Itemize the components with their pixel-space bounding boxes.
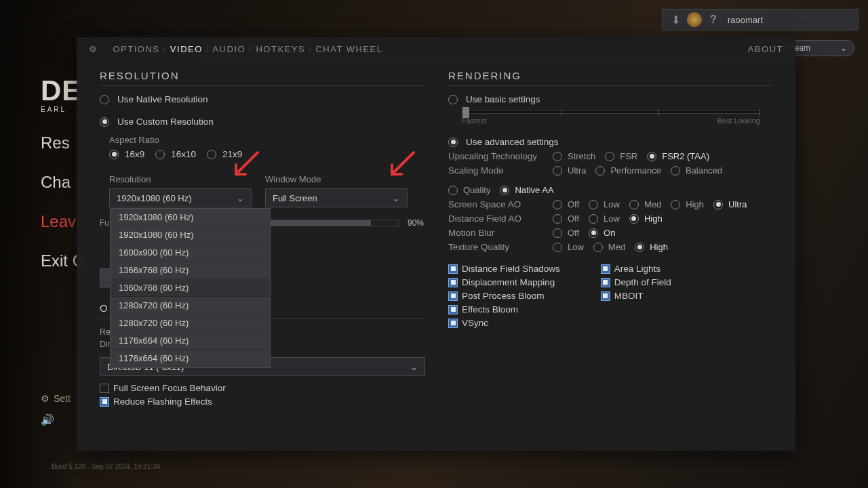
render-option-choice[interactable]: High — [635, 242, 668, 252]
quality-slider[interactable]: Fastest Best Looking — [462, 110, 760, 125]
checkbox-icon[interactable] — [448, 291, 458, 301]
radio-icon[interactable] — [553, 214, 562, 224]
tab-chat-wheel[interactable]: CHAT WHEEL — [315, 44, 382, 54]
render-option-choice[interactable]: Ultra — [713, 199, 747, 209]
resolution-option[interactable]: 1920x1080 (60 Hz) — [111, 226, 270, 244]
resolution-option[interactable]: 1600x900 (60 Hz) — [111, 244, 270, 262]
radio-icon[interactable] — [629, 200, 639, 209]
checkbox-icon[interactable] — [448, 278, 458, 287]
checkbox-icon[interactable] — [448, 319, 458, 328]
tab-about[interactable]: ABOUT — [748, 44, 783, 54]
render-option-choice[interactable]: Quality — [448, 185, 490, 195]
tab-hotkeys[interactable]: HOTKEYS — [256, 44, 305, 54]
resolution-dropdown[interactable]: 1920x1080 (60 Hz)1920x1080 (60 Hz)1600x9… — [110, 208, 271, 368]
checkbox-icon[interactable] — [100, 397, 109, 407]
render-checkbox[interactable]: MBOIT — [601, 291, 671, 301]
checkbox-icon[interactable] — [601, 264, 610, 274]
render-checkbox[interactable]: Post Process Bloom — [448, 291, 560, 301]
tab-video[interactable]: VIDEO — [170, 44, 203, 54]
resolution-option[interactable]: 868x488 (60 Hz) — [111, 297, 270, 314]
radio-icon[interactable] — [605, 152, 614, 161]
radio-icon[interactable] — [448, 138, 458, 147]
fs-focus-checkbox[interactable]: Full Screen Focus Behavior — [100, 383, 424, 393]
radio-icon[interactable] — [713, 200, 723, 209]
render-option-choice[interactable]: Off — [553, 199, 579, 209]
radio-icon[interactable] — [553, 228, 562, 238]
resolution-option[interactable]: 1176x664 (60 Hz) — [111, 332, 270, 350]
radio-icon[interactable] — [553, 152, 562, 161]
download-icon[interactable]: ⬇ — [669, 14, 682, 26]
radio-icon[interactable] — [553, 166, 562, 176]
render-option-choice[interactable]: High — [629, 214, 663, 224]
render-option-choice[interactable]: Ultra — [553, 165, 586, 176]
tab-audio[interactable]: AUDIO — [212, 44, 245, 54]
radio-icon[interactable] — [593, 243, 603, 252]
render-option-choice[interactable]: Balanced — [671, 165, 722, 176]
radio-icon[interactable] — [500, 186, 509, 195]
checkbox-icon[interactable] — [601, 291, 610, 301]
help-icon[interactable]: ? — [707, 14, 719, 26]
render-option-choice[interactable]: Stretch — [553, 151, 595, 161]
radio-icon[interactable] — [589, 228, 598, 238]
radio-icon[interactable] — [155, 150, 165, 159]
game-badge-icon[interactable] — [687, 12, 702, 27]
render-option-choice[interactable]: Performance — [595, 165, 660, 176]
window-mode-select[interactable]: Full Screen ⌄ — [265, 188, 408, 207]
resolution-option[interactable]: 868x488 (60 Hz) — [111, 314, 270, 332]
checkbox-icon[interactable] — [448, 264, 458, 274]
radio-icon[interactable] — [100, 117, 109, 127]
use-native-row[interactable]: Use Native Resolution — [100, 94, 424, 104]
user-bar[interactable]: ⬇ ? raoomart — [662, 9, 859, 30]
render-option-choice[interactable]: High — [671, 199, 704, 209]
render-checkbox[interactable]: Distance Field Shadows — [448, 264, 560, 274]
radio-icon[interactable] — [553, 243, 562, 252]
aspect-option[interactable]: 16x10 — [155, 149, 196, 159]
checkbox-icon[interactable] — [100, 384, 109, 393]
radio-icon[interactable] — [448, 186, 458, 195]
render-option-choice[interactable]: Native AA — [500, 185, 553, 195]
render-option-choice[interactable]: Med — [593, 242, 625, 252]
settings-menu-item[interactable]: ⚙ Sett — [41, 393, 71, 404]
radio-icon[interactable] — [635, 243, 644, 252]
render-option-choice[interactable]: Off — [553, 228, 579, 238]
render-option-choice[interactable]: FSR2 (TAA) — [647, 151, 709, 161]
resolution-option[interactable]: 1920x1080 (60 Hz) — [111, 209, 270, 226]
resolution-option[interactable]: 1366x768 (60 Hz) — [111, 262, 270, 279]
radio-icon[interactable] — [589, 214, 598, 224]
gear-icon[interactable]: ⚙ — [89, 44, 98, 54]
render-option-choice[interactable]: Off — [553, 214, 579, 224]
render-checkbox[interactable]: VSync — [448, 318, 560, 328]
render-checkbox[interactable]: Displacement Mapping — [448, 277, 560, 287]
use-advanced-row[interactable]: Use advanced settings — [448, 137, 772, 147]
aspect-option[interactable]: 16x9 — [109, 149, 144, 159]
radio-icon[interactable] — [589, 200, 598, 209]
resolution-select[interactable]: 1920x1080 (60 Hz) ⌄ 1920x1080 (60 Hz)192… — [109, 188, 252, 207]
radio-icon[interactable] — [448, 95, 458, 104]
radio-icon[interactable] — [207, 150, 216, 159]
radio-icon[interactable] — [647, 152, 656, 161]
use-custom-row[interactable]: Use Custom Resolution — [100, 117, 424, 127]
radio-icon[interactable] — [595, 166, 605, 176]
resolution-option[interactable]: 1360x768 (60 Hz) — [111, 279, 270, 297]
render-option-choice[interactable]: FSR — [605, 151, 637, 161]
render-checkbox[interactable]: Area Lights — [601, 264, 671, 274]
tab-options[interactable]: OPTIONS — [113, 44, 160, 54]
radio-icon[interactable] — [109, 150, 119, 159]
resolution-option[interactable]: 1176x664 (60 Hz) — [111, 350, 270, 367]
checkbox-icon[interactable] — [448, 305, 458, 314]
render-option-choice[interactable]: Med — [629, 199, 661, 209]
radio-icon[interactable] — [671, 200, 680, 209]
render-option-choice[interactable]: On — [589, 228, 615, 238]
radio-icon[interactable] — [100, 95, 109, 104]
sound-icon[interactable]: 🔊 — [41, 413, 54, 426]
render-option-choice[interactable]: Low — [553, 242, 584, 252]
checkbox-icon[interactable] — [601, 278, 610, 287]
render-checkbox[interactable]: Depth of Field — [601, 277, 671, 287]
render-option-choice[interactable]: Low — [589, 214, 620, 224]
use-basic-row[interactable]: Use basic settings — [448, 94, 772, 104]
radio-icon[interactable] — [629, 214, 639, 224]
radio-icon[interactable] — [671, 166, 680, 176]
reduce-flash-checkbox[interactable]: Reduce Flashing Effects — [100, 396, 424, 407]
render-checkbox[interactable]: Effects Bloom — [448, 304, 560, 314]
radio-icon[interactable] — [553, 200, 562, 209]
